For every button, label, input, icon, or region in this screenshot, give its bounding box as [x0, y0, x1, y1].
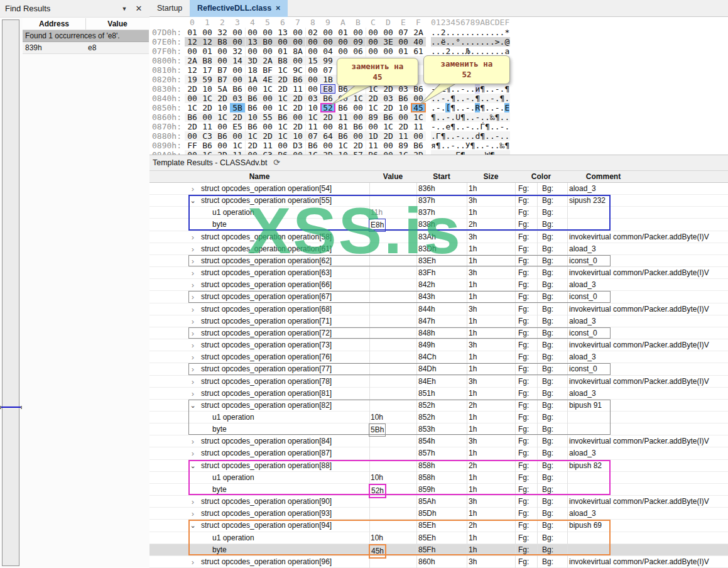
- template-row[interactable]: ›struct opcodes_operation operation[68]8…: [149, 303, 728, 315]
- hex-byte[interactable]: 00: [290, 37, 305, 46]
- hex-byte[interactable]: 00: [305, 84, 320, 94]
- hex-byte[interactable]: 99: [320, 56, 335, 65]
- hex-byte[interactable]: 09: [350, 37, 366, 46]
- hex-byte[interactable]: 1C: [366, 103, 381, 112]
- expand-icon[interactable]: ›: [189, 183, 197, 195]
- hex-byte[interactable]: 00: [320, 37, 335, 46]
- hex-byte[interactable]: 2D: [260, 131, 275, 141]
- hex-byte[interactable]: 19: [185, 75, 200, 84]
- hex-byte[interactable]: 2D: [320, 112, 335, 122]
- template-row[interactable]: u1 operation10h852h1hFg:Bg:: [149, 412, 728, 423]
- hex-ascii[interactable]: ...2...Љ.......a: [431, 46, 509, 56]
- expand-icon[interactable]: ›: [189, 496, 197, 508]
- hex-byte[interactable]: 1C: [275, 65, 290, 75]
- hex-byte[interactable]: 00: [305, 37, 320, 46]
- hex-byte[interactable]: 00: [396, 112, 411, 122]
- hex-byte[interactable]: B6: [335, 131, 350, 141]
- hex-byte[interactable]: B6: [245, 94, 260, 103]
- hex-byte[interactable]: 2D: [366, 94, 381, 103]
- hex-byte[interactable]: B6: [411, 141, 426, 150]
- hex-byte[interactable]: 10: [396, 103, 411, 112]
- find-result-row[interactable]: 839h e8: [23, 42, 149, 54]
- hex-byte[interactable]: 11: [290, 84, 305, 94]
- template-row[interactable]: ›struct opcodes_operation operation[84]8…: [149, 435, 728, 447]
- expand-icon[interactable]: ›: [189, 327, 197, 339]
- template-row[interactable]: ›struct opcodes_operation operation[77]8…: [149, 363, 728, 375]
- expand-icon[interactable]: ›: [189, 447, 197, 459]
- template-row[interactable]: ⌄struct opcodes_operation operation[88]8…: [149, 460, 728, 472]
- hex-byte[interactable]: 18: [245, 65, 260, 75]
- hex-byte[interactable]: 00: [185, 150, 200, 155]
- hex-byte[interactable]: 00: [335, 46, 350, 56]
- template-row[interactable]: ›struct opcodes_operation operation[63]8…: [149, 267, 728, 279]
- hex-byte[interactable]: 1C: [275, 131, 290, 141]
- hex-byte[interactable]: 00: [350, 28, 366, 37]
- hex-byte[interactable]: 12: [185, 65, 200, 75]
- hex-byte[interactable]: 00: [230, 28, 245, 37]
- hex-byte[interactable]: 1C: [350, 94, 366, 103]
- hex-byte[interactable]: 40: [411, 37, 426, 46]
- hex-byte[interactable]: 00: [320, 122, 335, 131]
- hex-byte[interactable]: 2A: [260, 56, 275, 65]
- hex-byte[interactable]: 00: [335, 37, 350, 46]
- template-row[interactable]: ›struct opcodes_operation operation[76]8…: [149, 351, 728, 363]
- hex-byte[interactable]: 13: [245, 37, 260, 46]
- hex-byte[interactable]: 2D: [245, 141, 260, 150]
- hex-byte[interactable]: 01: [335, 28, 350, 37]
- hex-row[interactable]: 0890h:FFB6001C2D1100D3B6001C2D110089B6я¶…: [149, 141, 728, 150]
- hex-byte[interactable]: B6: [396, 94, 411, 103]
- template-row[interactable]: byte45h85Fh1hFg:Bg:: [149, 544, 728, 556]
- expand-icon[interactable]: ›: [189, 435, 197, 447]
- hex-row[interactable]: 0830h:2D105AB6001C2D1100E8B61C2D03B6-.Z¶…: [149, 84, 728, 94]
- hex-byte[interactable]: 13: [275, 28, 290, 37]
- hex-byte[interactable]: 00: [185, 46, 200, 56]
- hex-byte[interactable]: 00: [230, 75, 245, 84]
- hex-byte[interactable]: 00: [335, 94, 350, 103]
- hex-byte[interactable]: B7: [215, 75, 230, 84]
- hex-byte[interactable]: 1A: [245, 75, 260, 84]
- hex-byte[interactable]: 2D: [275, 75, 290, 84]
- hex-byte[interactable]: 11: [230, 150, 245, 155]
- hex-byte[interactable]: E5: [230, 122, 245, 131]
- hex-byte[interactable]: 00: [215, 56, 230, 65]
- refresh-icon[interactable]: ⟳: [273, 158, 280, 167]
- hex-byte[interactable]: B8: [275, 56, 290, 65]
- hex-byte[interactable]: 03: [381, 94, 396, 103]
- hex-byte[interactable]: B6: [245, 122, 260, 131]
- template-row[interactable]: ›struct opcodes_operation operation[96]8…: [149, 556, 728, 568]
- hex-byte[interactable]: 12: [200, 37, 215, 46]
- hex-byte[interactable]: 1B: [320, 75, 335, 84]
- panel-close-icon[interactable]: ✕: [133, 0, 144, 18]
- template-row[interactable]: ›struct opcodes_operation operation[66]8…: [149, 279, 728, 291]
- hex-ascii[interactable]: -..е¶..-..Ѓ¶..-.: [431, 122, 509, 131]
- template-row[interactable]: ⌄struct opcodes_operation operation[55]8…: [149, 195, 728, 207]
- hex-byte[interactable]: B6: [320, 94, 335, 103]
- hex-byte[interactable]: 11: [200, 122, 215, 131]
- hex-byte[interactable]: 89: [396, 141, 411, 150]
- hex-byte[interactable]: B6: [275, 112, 290, 122]
- hex-byte[interactable]: 1C: [396, 150, 411, 155]
- template-row[interactable]: ›struct opcodes_operation operation[90]8…: [149, 496, 728, 508]
- hex-byte[interactable]: 00: [290, 112, 305, 122]
- hex-byte[interactable]: 00: [396, 37, 411, 46]
- hex-byte[interactable]: 00: [290, 56, 305, 65]
- hex-ascii[interactable]: .-.[¶..-.R¶..-.E: [431, 103, 509, 112]
- hex-byte[interactable]: 00: [260, 94, 275, 103]
- hex-byte[interactable]: 00: [215, 141, 230, 150]
- template-row[interactable]: ⌄struct opcodes_operation operation[94]8…: [149, 520, 728, 532]
- hex-byte[interactable]: 00: [185, 94, 200, 103]
- hex-byte[interactable]: B6: [215, 131, 230, 141]
- hex-byte[interactable]: 00: [366, 28, 381, 37]
- hex-byte[interactable]: BF: [260, 65, 275, 75]
- hex-byte[interactable]: B0: [260, 37, 275, 46]
- template-row[interactable]: ›struct opcodes_operation operation[87]8…: [149, 447, 728, 459]
- hex-byte[interactable]: 03: [305, 94, 320, 103]
- hex-byte[interactable]: 00: [320, 28, 335, 37]
- hex-byte[interactable]: 1C: [275, 94, 290, 103]
- hex-ascii[interactable]: я¶..-..У¶..-..‰¶: [431, 141, 509, 150]
- hex-byte[interactable]: 00: [381, 28, 396, 37]
- hex-byte[interactable]: 11: [335, 112, 350, 122]
- template-row[interactable]: ›struct opcodes_operation operation[72]8…: [149, 327, 728, 339]
- hex-byte[interactable]: 10: [245, 112, 260, 122]
- collapse-icon[interactable]: ⌄: [189, 520, 197, 532]
